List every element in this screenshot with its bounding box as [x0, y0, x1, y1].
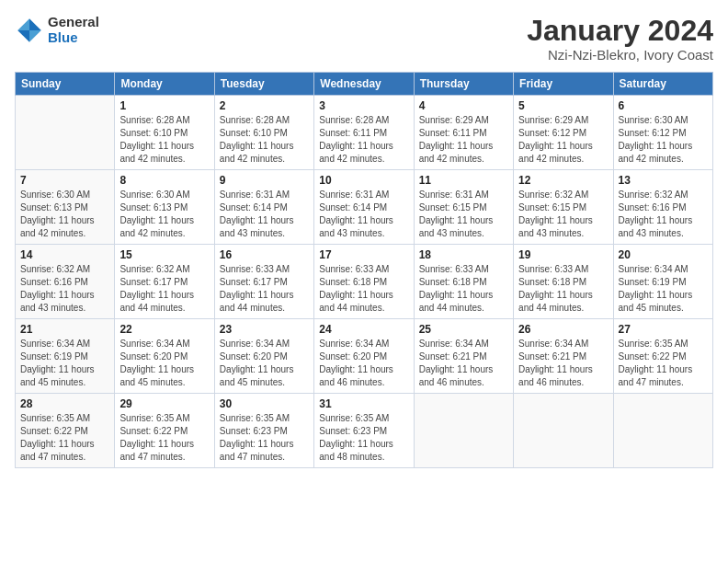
day-info: Sunrise: 6:34 AMSunset: 6:21 PMDaylight:… — [419, 338, 508, 389]
column-header-monday: Monday — [115, 73, 214, 96]
day-number: 9 — [220, 174, 309, 187]
day-info: Sunrise: 6:30 AMSunset: 6:13 PMDaylight:… — [20, 189, 109, 240]
day-number: 11 — [419, 174, 508, 187]
calendar-body: 1Sunrise: 6:28 AMSunset: 6:10 PMDaylight… — [16, 96, 713, 468]
header-row: SundayMondayTuesdayWednesdayThursdayFrid… — [16, 73, 713, 96]
day-number: 20 — [619, 248, 708, 261]
day-number: 4 — [419, 99, 508, 112]
day-number: 17 — [319, 248, 408, 261]
column-header-friday: Friday — [514, 73, 613, 96]
day-info: Sunrise: 6:35 AMSunset: 6:22 PMDaylight:… — [619, 338, 708, 389]
calendar-cell: 20Sunrise: 6:34 AMSunset: 6:19 PMDayligh… — [613, 245, 712, 319]
calendar-week-1: 1Sunrise: 6:28 AMSunset: 6:10 PMDaylight… — [16, 96, 713, 170]
day-info: Sunrise: 6:35 AMSunset: 6:23 PMDaylight:… — [319, 412, 408, 464]
calendar-cell: 4Sunrise: 6:29 AMSunset: 6:11 PMDaylight… — [414, 96, 513, 170]
calendar-cell: 13Sunrise: 6:32 AMSunset: 6:16 PMDayligh… — [613, 170, 712, 245]
day-number: 28 — [20, 397, 109, 410]
calendar-cell: 29Sunrise: 6:35 AMSunset: 6:22 PMDayligh… — [115, 394, 214, 468]
calendar-cell — [414, 394, 513, 468]
day-number: 29 — [119, 397, 209, 410]
day-number: 30 — [220, 397, 309, 410]
calendar-header: SundayMondayTuesdayWednesdayThursdayFrid… — [16, 73, 713, 96]
calendar-cell: 12Sunrise: 6:32 AMSunset: 6:15 PMDayligh… — [514, 170, 613, 245]
svg-marker-3 — [17, 30, 29, 42]
day-number: 6 — [619, 99, 708, 112]
calendar-cell: 26Sunrise: 6:34 AMSunset: 6:21 PMDayligh… — [514, 319, 613, 394]
calendar-cell — [16, 96, 115, 170]
day-number: 13 — [619, 174, 708, 187]
calendar-cell: 24Sunrise: 6:34 AMSunset: 6:20 PMDayligh… — [314, 319, 414, 394]
calendar-cell: 22Sunrise: 6:34 AMSunset: 6:20 PMDayligh… — [115, 319, 214, 394]
day-number: 16 — [220, 248, 309, 261]
day-info: Sunrise: 6:32 AMSunset: 6:15 PMDaylight:… — [518, 189, 608, 240]
day-number: 18 — [419, 248, 508, 261]
calendar-week-2: 7Sunrise: 6:30 AMSunset: 6:13 PMDaylight… — [16, 170, 713, 245]
day-info: Sunrise: 6:35 AMSunset: 6:22 PMDaylight:… — [20, 412, 109, 464]
calendar-cell: 9Sunrise: 6:31 AMSunset: 6:14 PMDaylight… — [214, 170, 313, 245]
day-number: 22 — [119, 323, 209, 336]
day-number: 23 — [220, 323, 309, 336]
day-number: 15 — [119, 248, 209, 261]
column-header-saturday: Saturday — [613, 73, 712, 96]
day-number: 7 — [20, 174, 109, 187]
day-number: 25 — [419, 323, 508, 336]
day-number: 19 — [518, 248, 608, 261]
calendar-cell: 25Sunrise: 6:34 AMSunset: 6:21 PMDayligh… — [414, 319, 513, 394]
day-number: 26 — [518, 323, 608, 336]
logo: General Blue — [15, 15, 99, 45]
day-info: Sunrise: 6:28 AMSunset: 6:10 PMDaylight:… — [119, 114, 209, 166]
day-info: Sunrise: 6:35 AMSunset: 6:23 PMDaylight:… — [220, 412, 309, 464]
title-block: January 2024 Nzi-Nzi-Blekro, Ivory Coast — [527, 15, 713, 63]
calendar-cell: 5Sunrise: 6:29 AMSunset: 6:12 PMDaylight… — [514, 96, 613, 170]
calendar-cell: 10Sunrise: 6:31 AMSunset: 6:14 PMDayligh… — [314, 170, 414, 245]
day-info: Sunrise: 6:30 AMSunset: 6:13 PMDaylight:… — [119, 189, 209, 240]
day-number: 27 — [619, 323, 708, 336]
column-header-thursday: Thursday — [414, 73, 513, 96]
calendar-cell: 27Sunrise: 6:35 AMSunset: 6:22 PMDayligh… — [613, 319, 712, 394]
day-number: 2 — [220, 99, 309, 112]
day-info: Sunrise: 6:29 AMSunset: 6:11 PMDaylight:… — [419, 114, 508, 166]
calendar-cell: 14Sunrise: 6:32 AMSunset: 6:16 PMDayligh… — [16, 245, 115, 319]
day-number: 24 — [319, 323, 408, 336]
day-info: Sunrise: 6:34 AMSunset: 6:21 PMDaylight:… — [518, 338, 608, 389]
calendar-cell: 7Sunrise: 6:30 AMSunset: 6:13 PMDaylight… — [16, 170, 115, 245]
calendar-cell: 21Sunrise: 6:34 AMSunset: 6:19 PMDayligh… — [16, 319, 115, 394]
logo-icon — [15, 16, 44, 45]
page-header: General Blue January 2024 Nzi-Nzi-Blekro… — [15, 15, 713, 63]
day-info: Sunrise: 6:31 AMSunset: 6:15 PMDaylight:… — [419, 189, 508, 240]
page-title: January 2024 — [527, 15, 713, 47]
column-header-tuesday: Tuesday — [214, 73, 313, 96]
day-number: 8 — [119, 174, 209, 187]
day-info: Sunrise: 6:34 AMSunset: 6:20 PMDaylight:… — [119, 338, 209, 389]
column-header-sunday: Sunday — [16, 73, 115, 96]
day-info: Sunrise: 6:28 AMSunset: 6:10 PMDaylight:… — [220, 114, 309, 166]
column-header-wednesday: Wednesday — [314, 73, 414, 96]
day-number: 21 — [20, 323, 109, 336]
logo-text: General Blue — [48, 15, 99, 45]
calendar-cell: 18Sunrise: 6:33 AMSunset: 6:18 PMDayligh… — [414, 245, 513, 319]
day-number: 14 — [20, 248, 109, 261]
day-info: Sunrise: 6:33 AMSunset: 6:18 PMDaylight:… — [419, 263, 508, 315]
calendar-cell: 8Sunrise: 6:30 AMSunset: 6:13 PMDaylight… — [115, 170, 214, 245]
calendar-cell: 11Sunrise: 6:31 AMSunset: 6:15 PMDayligh… — [414, 170, 513, 245]
calendar-week-5: 28Sunrise: 6:35 AMSunset: 6:22 PMDayligh… — [16, 394, 713, 468]
day-number: 1 — [119, 99, 209, 112]
day-info: Sunrise: 6:30 AMSunset: 6:12 PMDaylight:… — [619, 114, 708, 166]
day-info: Sunrise: 6:31 AMSunset: 6:14 PMDaylight:… — [319, 189, 408, 240]
day-info: Sunrise: 6:28 AMSunset: 6:11 PMDaylight:… — [319, 114, 408, 166]
calendar-cell: 30Sunrise: 6:35 AMSunset: 6:23 PMDayligh… — [214, 394, 313, 468]
day-info: Sunrise: 6:34 AMSunset: 6:20 PMDaylight:… — [319, 338, 408, 389]
logo-blue: Blue — [48, 30, 99, 46]
calendar-cell: 17Sunrise: 6:33 AMSunset: 6:18 PMDayligh… — [314, 245, 414, 319]
calendar-cell: 28Sunrise: 6:35 AMSunset: 6:22 PMDayligh… — [16, 394, 115, 468]
calendar-week-4: 21Sunrise: 6:34 AMSunset: 6:19 PMDayligh… — [16, 319, 713, 394]
calendar-cell: 1Sunrise: 6:28 AMSunset: 6:10 PMDaylight… — [115, 96, 214, 170]
calendar-cell: 16Sunrise: 6:33 AMSunset: 6:17 PMDayligh… — [214, 245, 313, 319]
day-info: Sunrise: 6:29 AMSunset: 6:12 PMDaylight:… — [518, 114, 608, 166]
calendar-cell: 15Sunrise: 6:32 AMSunset: 6:17 PMDayligh… — [115, 245, 214, 319]
day-number: 5 — [518, 99, 608, 112]
day-number: 3 — [319, 99, 408, 112]
day-info: Sunrise: 6:34 AMSunset: 6:19 PMDaylight:… — [20, 338, 109, 389]
day-info: Sunrise: 6:32 AMSunset: 6:17 PMDaylight:… — [119, 263, 209, 315]
day-info: Sunrise: 6:34 AMSunset: 6:20 PMDaylight:… — [220, 338, 309, 389]
